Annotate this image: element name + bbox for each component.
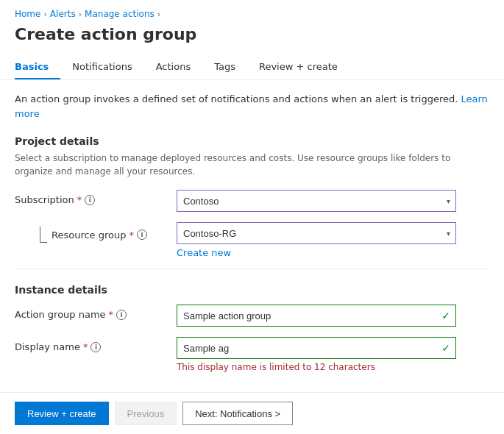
action-group-name-required: * <box>109 309 114 320</box>
display-name-control: ✓ This display name is limited to 12 cha… <box>177 337 489 372</box>
breadcrumb-alerts[interactable]: Alerts <box>50 9 76 19</box>
display-name-row: Display name * i ✓ This display name is … <box>15 337 489 372</box>
char-limit-message: This display name is limited to 12 chara… <box>177 362 489 372</box>
tab-basics[interactable]: Basics <box>15 55 60 79</box>
breadcrumb-sep-1: › <box>43 10 46 19</box>
resource-group-row: Resource group * i Contoso-RG ▾ Create n… <box>15 222 489 258</box>
display-name-input[interactable] <box>177 337 456 359</box>
breadcrumb-sep-2: › <box>79 10 82 19</box>
project-details-title: Project details <box>15 135 489 147</box>
action-group-name-check-icon: ✓ <box>441 310 450 321</box>
tab-notifications[interactable]: Notifications <box>60 55 143 79</box>
subscription-label: Subscription * i <box>15 190 177 205</box>
subscription-info-icon[interactable]: i <box>85 195 95 205</box>
section-divider-1 <box>15 268 489 269</box>
display-name-required: * <box>83 341 88 352</box>
resource-group-control: Contoso-RG ▾ Create new <box>177 222 489 258</box>
resource-group-required: * <box>129 230 135 241</box>
breadcrumb-sep-3: › <box>157 10 160 19</box>
subscription-select-wrapper: Contoso ▾ <box>177 190 456 212</box>
create-new-link[interactable]: Create new <box>177 247 231 258</box>
subscription-required: * <box>77 194 82 205</box>
main-content: An action group invokes a defined set of… <box>0 80 504 394</box>
review-create-button[interactable]: Review + create <box>15 402 109 425</box>
display-name-label: Display name * i <box>15 337 177 352</box>
action-group-name-row: Action group name * i ✓ <box>15 305 489 327</box>
display-name-check-icon: ✓ <box>441 342 450 354</box>
subscription-control: Contoso ▾ <box>177 190 489 212</box>
action-group-name-control: ✓ <box>177 305 489 327</box>
resource-group-info-icon[interactable]: i <box>137 230 147 240</box>
subscription-row: Subscription * i Contoso ▾ <box>15 190 489 212</box>
breadcrumb-manage-actions[interactable]: Manage actions <box>85 9 155 19</box>
tab-actions[interactable]: Actions <box>144 55 203 79</box>
display-name-input-wrapper: ✓ <box>177 337 456 359</box>
previous-button: Previous <box>115 402 177 425</box>
action-group-name-info-icon[interactable]: i <box>116 310 127 320</box>
resource-group-label: Resource group * i <box>15 222 177 243</box>
action-group-name-label: Action group name * i <box>15 305 177 320</box>
breadcrumb: Home › Alerts › Manage actions › <box>0 0 504 22</box>
project-details-desc: Select a subscription to manage deployed… <box>15 152 489 178</box>
footer: Review + create Previous Next: Notificat… <box>0 392 504 434</box>
tabs-container: Basics Notifications Actions Tags Review… <box>0 55 504 80</box>
instance-details-section: Instance details Action group name * i ✓ <box>15 284 489 372</box>
instance-details-title: Instance details <box>15 284 489 296</box>
subscription-select[interactable]: Contoso <box>177 190 456 212</box>
display-name-info-icon[interactable]: i <box>90 342 101 352</box>
tab-tags[interactable]: Tags <box>202 55 247 79</box>
action-group-name-input-wrapper: ✓ <box>177 305 456 327</box>
breadcrumb-home[interactable]: Home <box>15 9 40 19</box>
project-details-section: Project details Select a subscription to… <box>15 135 489 258</box>
info-banner: An action group invokes a defined set of… <box>15 92 489 121</box>
page-title: Create action group <box>0 22 504 55</box>
next-notifications-button[interactable]: Next: Notifications > <box>182 402 293 425</box>
action-group-name-input[interactable] <box>177 305 456 327</box>
resource-group-select-wrapper: Contoso-RG ▾ <box>177 222 456 244</box>
info-banner-text: An action group invokes a defined set of… <box>15 93 458 104</box>
resource-group-select[interactable]: Contoso-RG <box>177 222 456 244</box>
tab-review-create[interactable]: Review + create <box>247 55 349 79</box>
